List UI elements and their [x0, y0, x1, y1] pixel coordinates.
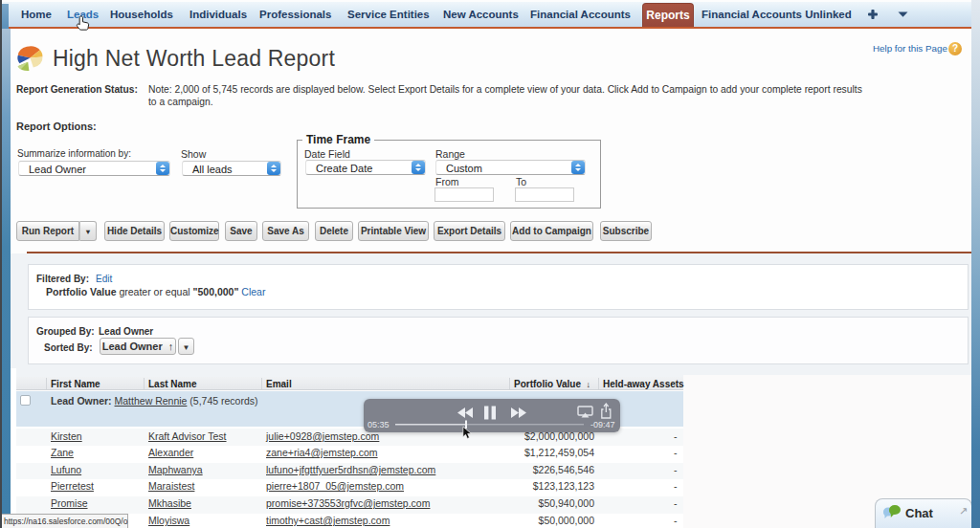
svg-text:-09:47: -09:47 [590, 420, 615, 429]
svg-text:05:35: 05:35 [368, 420, 390, 429]
